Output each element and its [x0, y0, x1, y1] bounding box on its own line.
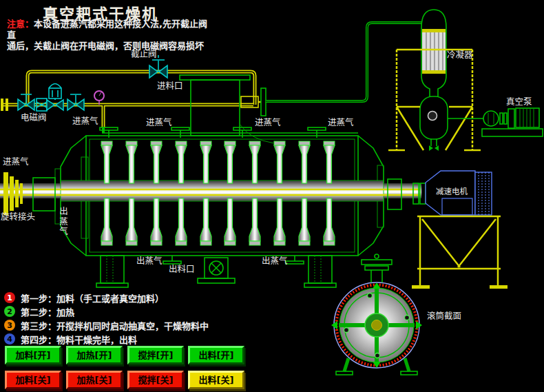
- label-steam-in-3: 进蒸气: [255, 118, 281, 127]
- label-steam-in-left: 进蒸气: [3, 157, 29, 167]
- warning-line1: 本设备进蒸汽都采用这种接入法,先开截止阀直: [7, 19, 207, 40]
- step-marker-4: 4: [4, 333, 15, 344]
- label-gear-motor: 减速电机: [436, 187, 468, 196]
- label-vacuum-pump: 真空泵: [506, 97, 532, 107]
- label-steam-in-1: 进蒸气: [72, 116, 98, 126]
- stir-on-button[interactable]: 搅拌[开]: [127, 346, 184, 364]
- label-steam-out-vertical: 出蒸气: [56, 207, 70, 237]
- drum-cross-section: [331, 254, 422, 375]
- warning-line2: 通后，关截止阀在开电磁阀，否则电磁阀容易损坏: [7, 41, 204, 51]
- discharge-valve[interactable]: [198, 258, 235, 283]
- discharge-on-button[interactable]: 出料[开]: [188, 346, 244, 364]
- vacuum-line: [266, 23, 422, 101]
- label-steam-in-4: 进蒸气: [328, 118, 354, 127]
- condenser: [421, 10, 446, 96]
- label-solenoid-valve: 电磁阀: [21, 113, 47, 123]
- motor-stand: [412, 216, 508, 289]
- operating-steps: 1 第一步：加料（手工或者真空加料） 2 第二步：加热 3 第三步：开搅拌机同时…: [4, 291, 209, 346]
- stir-off-button[interactable]: 搅拌[关]: [127, 371, 184, 389]
- label-stop-valve: 截止阀: [131, 50, 157, 59]
- shutoff-valve-right[interactable]: [67, 94, 84, 110]
- hmi-screen: 真空耙式干燥机 注意：本设备进蒸汽都采用这种接入法,先开截止阀直 通后，关截止阀…: [0, 0, 544, 392]
- label-steam-out-right: 出蒸气: [262, 256, 288, 266]
- step-item-2: 2 第二步：加热: [4, 305, 209, 318]
- label-condenser: 冷凝器: [447, 50, 473, 60]
- label-feed-inlet: 进料口: [157, 81, 183, 91]
- feed-on-button[interactable]: 加料[开]: [5, 346, 61, 364]
- step-item-1: 1 第一步：加料（手工或者真空加料）: [4, 291, 209, 305]
- heat-on-button[interactable]: 加热[开]: [66, 346, 123, 364]
- step-marker-3: 3: [4, 320, 15, 331]
- step-text-3: 第三步：开搅拌机同时启动抽真空，干燥物料中: [21, 319, 209, 332]
- vessel-support-right: [304, 256, 336, 287]
- label-steam-out-left: 出蒸气: [136, 256, 163, 266]
- vessel-support-left: [96, 256, 128, 287]
- step-text-1: 第一步：加料（手工或者真空加料）: [21, 291, 164, 305]
- warning-note: 注意：本设备进蒸汽都采用这种接入法,先开截止阀直 通后，关截止阀在开电磁阀，否则…: [7, 19, 213, 52]
- label-steam-in-2: 进蒸气: [146, 118, 172, 127]
- discharge-off-button[interactable]: 出料[关]: [188, 371, 244, 389]
- warning-prefix: 注意：: [7, 19, 34, 29]
- label-drum-section: 滚筒截面: [427, 311, 461, 321]
- step-item-4: 4 第四步：物料干燥完毕，出料: [4, 332, 209, 346]
- pressure-gauge: [94, 91, 104, 105]
- step-marker-1: 1: [4, 292, 15, 303]
- label-discharge-port: 出料口: [169, 265, 195, 274]
- receiver-tank: [420, 96, 448, 151]
- label-rotary-joint: 旋转接头: [1, 212, 35, 222]
- step-text-4: 第四步：物料干燥完毕，出料: [21, 333, 137, 346]
- heat-off-button[interactable]: 加热[关]: [66, 371, 123, 389]
- step-marker-2: 2: [4, 306, 15, 317]
- step-item-3: 3 第三步：开搅拌机同时启动抽真空，干燥物料中: [4, 318, 209, 332]
- feed-off-button[interactable]: 加料[关]: [5, 371, 61, 389]
- step-text-2: 第二步：加热: [21, 305, 74, 318]
- shutoff-valve-left[interactable]: [18, 94, 34, 110]
